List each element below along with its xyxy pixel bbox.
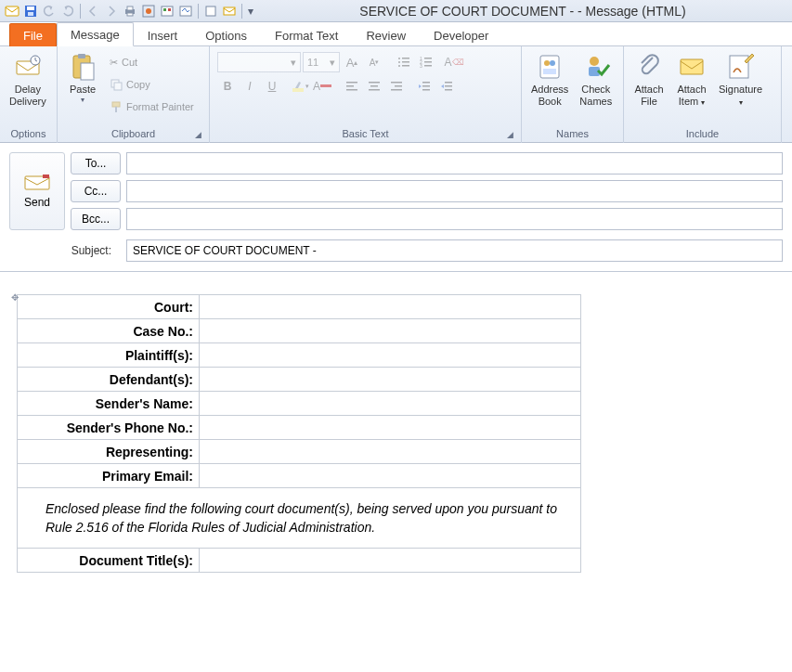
bullets-icon[interactable] <box>394 52 414 72</box>
clear-formatting-icon[interactable]: A⌫ <box>444 52 464 72</box>
tab-file[interactable]: File <box>9 23 57 46</box>
cc-button[interactable]: Cc... <box>71 180 121 202</box>
row-value[interactable] <box>200 549 581 573</box>
svg-point-53 <box>544 60 550 66</box>
redo-icon[interactable] <box>59 3 76 19</box>
svg-rect-12 <box>180 6 191 16</box>
row-label[interactable]: Sender's Phone No.: <box>18 416 200 440</box>
row-value[interactable] <box>200 343 581 368</box>
row-value[interactable] <box>200 295 581 319</box>
row-label[interactable]: Defendant(s): <box>18 368 200 392</box>
next-icon[interactable] <box>103 3 120 19</box>
row-value[interactable] <box>200 368 581 392</box>
table-handle-icon[interactable]: ✥ <box>11 292 19 303</box>
row-value[interactable] <box>200 440 581 464</box>
tab-format-text[interactable]: Format Text <box>261 23 352 46</box>
row-value[interactable] <box>200 319 581 343</box>
table-row: Document Title(s): <box>18 549 581 573</box>
tab-developer[interactable]: Developer <box>420 23 502 46</box>
check-names-icon <box>581 52 611 82</box>
bcc-button[interactable]: Bcc... <box>71 208 121 230</box>
address-book-icon <box>535 52 565 82</box>
svg-text:3: 3 <box>420 63 422 69</box>
svg-rect-10 <box>163 8 166 11</box>
svg-rect-19 <box>81 63 94 80</box>
qat-icon-d[interactable] <box>202 3 219 19</box>
to-button[interactable]: To... <box>71 152 121 174</box>
customize-qat-icon[interactable]: ▾ <box>246 3 255 19</box>
basic-text-launcher-icon[interactable]: ◢ <box>504 130 515 141</box>
row-label[interactable]: Representing: <box>18 440 200 464</box>
bcc-field[interactable] <box>126 208 783 230</box>
shrink-font-icon[interactable]: A▾ <box>364 52 384 72</box>
attach-item-button[interactable]: Attach Item ▾ <box>672 50 711 110</box>
subject-field[interactable] <box>126 239 783 262</box>
font-name-combo[interactable]: ▾ <box>217 52 301 72</box>
row-value[interactable] <box>200 416 581 440</box>
numbering-icon[interactable]: 123 <box>416 52 436 72</box>
svg-rect-25 <box>402 58 409 59</box>
row-label[interactable]: Court: <box>18 295 200 319</box>
document-table[interactable]: Court: Case No.: Plaintiff(s): Defendant… <box>17 294 581 573</box>
svg-rect-29 <box>402 65 409 67</box>
tab-review[interactable]: Review <box>352 23 420 46</box>
increase-indent-icon[interactable] <box>436 76 457 97</box>
row-label[interactable]: Case No.: <box>18 319 200 343</box>
svg-point-28 <box>398 65 400 67</box>
decrease-indent-icon[interactable] <box>414 76 435 97</box>
window-title: SERVICE OF COURT DOCUMENT - - Message (H… <box>257 4 788 19</box>
paste-button[interactable]: Paste ▾ <box>63 50 102 106</box>
align-right-icon[interactable] <box>386 76 407 97</box>
delay-delivery-button[interactable]: Delay Delivery <box>6 50 50 110</box>
svg-rect-27 <box>402 61 409 63</box>
address-book-label: Address Book <box>531 84 568 108</box>
separator <box>241 4 242 19</box>
font-size-combo[interactable]: 11▾ <box>303 52 340 72</box>
tab-insert[interactable]: Insert <box>134 23 192 46</box>
svg-rect-58 <box>681 59 703 74</box>
bold-icon[interactable]: B <box>217 76 238 97</box>
print-icon[interactable] <box>122 3 138 19</box>
previous-icon[interactable] <box>84 3 101 19</box>
row-label[interactable]: Document Title(s): <box>18 549 200 573</box>
address-book-button[interactable]: Address Book <box>527 50 572 110</box>
highlight-icon[interactable]: ▾ <box>290 76 310 97</box>
font-color-icon[interactable]: A <box>312 76 332 97</box>
tab-options[interactable]: Options <box>191 23 261 46</box>
tab-message[interactable]: Message <box>57 22 134 46</box>
align-center-icon[interactable] <box>364 76 384 97</box>
italic-icon[interactable]: I <box>240 76 260 97</box>
copy-button[interactable]: Copy <box>106 74 198 95</box>
row-value[interactable] <box>200 464 581 488</box>
qat-icon-a[interactable] <box>140 3 157 19</box>
svg-rect-61 <box>43 174 49 178</box>
qat-icon-b[interactable] <box>159 3 175 19</box>
check-names-button[interactable]: Check Names <box>576 50 616 110</box>
qat-icon-e[interactable] <box>221 3 238 19</box>
row-value[interactable] <box>200 392 581 416</box>
cc-field[interactable] <box>126 180 783 202</box>
underline-icon[interactable]: U <box>262 76 282 97</box>
attach-file-button[interactable]: Attach File <box>630 50 669 110</box>
svg-rect-31 <box>424 58 432 59</box>
qat-icon-c[interactable] <box>177 3 194 19</box>
save-icon[interactable] <box>22 3 39 19</box>
cut-button[interactable]: ✂Cut <box>106 52 198 72</box>
row-label[interactable]: Primary Email: <box>18 464 200 488</box>
row-label[interactable]: Plaintiff(s): <box>18 343 200 368</box>
check-names-label: Check Names <box>579 84 612 108</box>
to-field[interactable] <box>126 152 783 174</box>
message-paragraph[interactable]: Enclosed please find the following court… <box>18 488 581 549</box>
align-left-icon[interactable] <box>342 76 362 97</box>
row-label[interactable]: Sender's Name: <box>18 392 200 416</box>
message-body[interactable]: ✥ Court: Case No.: Plaintiff(s): Defenda… <box>0 271 792 605</box>
grow-font-icon[interactable]: A▴ <box>342 52 362 72</box>
send-label: Send <box>24 196 50 209</box>
format-painter-button[interactable]: Format Painter <box>106 97 198 117</box>
signature-button[interactable]: Signature▾ <box>715 50 766 110</box>
svg-point-8 <box>146 8 151 14</box>
send-button[interactable]: Send <box>9 152 65 230</box>
clipboard-launcher-icon[interactable]: ◢ <box>192 130 203 141</box>
undo-icon[interactable] <box>41 3 58 19</box>
table-row: Plaintiff(s): <box>18 343 581 368</box>
